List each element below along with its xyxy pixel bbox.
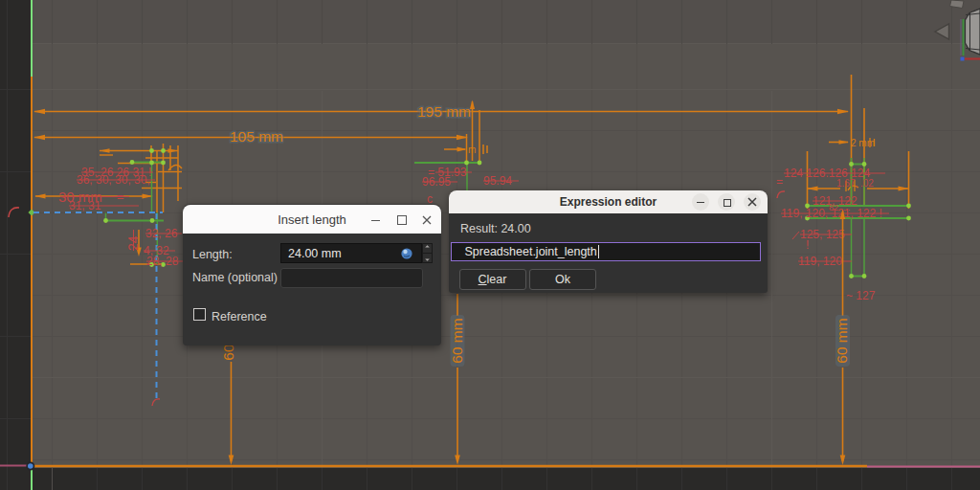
svg-text:!: ! <box>806 238 809 252</box>
svg-text:m: m <box>468 145 476 155</box>
svg-text:60 mm: 60 mm <box>449 318 465 363</box>
svg-text:1.67, .02: 1.67, .02 <box>836 178 874 189</box>
svg-text:105 mm: 105 mm <box>230 128 283 145</box>
svg-text:60 mm: 60 mm <box>834 318 850 363</box>
svg-text:60: 60 <box>220 344 236 361</box>
svg-text:~ 127: ~ 127 <box>846 289 876 302</box>
svg-text:=: = <box>776 175 783 189</box>
svg-text:2 mm: 2 mm <box>851 138 875 148</box>
svg-text:195 mm: 195 mm <box>417 103 471 120</box>
